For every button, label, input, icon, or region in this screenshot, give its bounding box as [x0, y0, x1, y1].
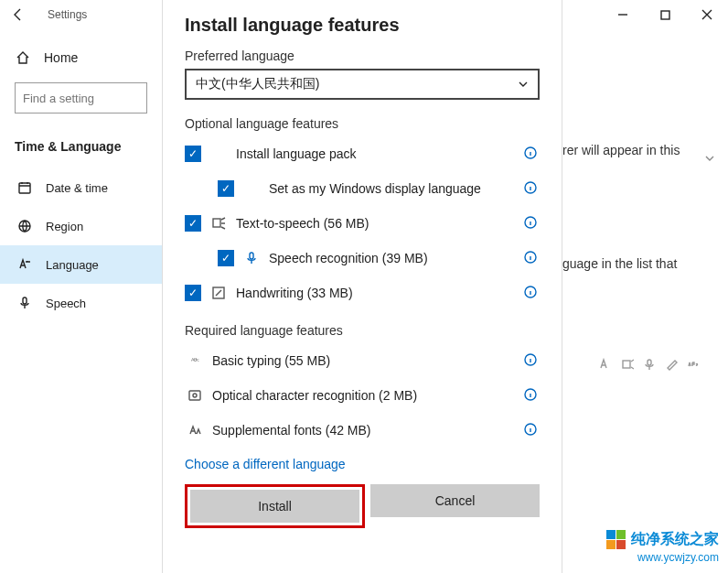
- info-icon[interactable]: [523, 352, 540, 369]
- svg-rect-5: [648, 360, 651, 365]
- feature-label: Install language pack: [236, 146, 523, 161]
- svg-rect-3: [23, 297, 27, 304]
- feature-label: Optical character recognition (2 MB): [212, 388, 523, 403]
- sidebar-item-region[interactable]: Region: [0, 207, 162, 245]
- feature-label: Basic typing (55 MB): [212, 353, 523, 368]
- feature-speech-recognition: ✓ Speech recognition (39 MB): [185, 241, 540, 276]
- microphone-icon: [243, 250, 260, 266]
- install-language-dialog: Install language features Preferred lang…: [162, 0, 562, 573]
- abc-small-icon: [687, 358, 700, 371]
- maximize-icon: [660, 10, 670, 20]
- required-features-header: Required language features: [185, 323, 540, 338]
- mic-small-icon: [643, 358, 656, 371]
- info-icon[interactable]: [523, 215, 540, 232]
- watermark: 纯净系统之家 www.ycwjzy.com: [606, 530, 719, 564]
- checkbox[interactable]: ✓: [185, 146, 201, 162]
- checkbox[interactable]: ✓: [185, 285, 201, 301]
- feature-label: Set as my Windows display language: [269, 181, 523, 196]
- nav-label: Date & time: [46, 181, 108, 195]
- info-icon[interactable]: [523, 146, 540, 162]
- minimize-button[interactable]: [602, 0, 644, 29]
- sidebar: Home Time & Language Date & time Region …: [0, 29, 162, 573]
- dialog-buttons: Install Cancel: [185, 484, 540, 528]
- feature-label: Text-to-speech (56 MB): [236, 216, 523, 231]
- info-icon[interactable]: [523, 250, 540, 266]
- globe-icon: [16, 218, 33, 234]
- feature-icons-row: [599, 358, 700, 371]
- page-text-fragment: guage in the list that: [562, 256, 677, 271]
- page-text-fragment: rer will appear in this: [562, 143, 680, 157]
- maximize-button[interactable]: [644, 0, 686, 29]
- arrow-left-icon: [11, 7, 26, 22]
- info-icon[interactable]: [523, 180, 540, 197]
- preferred-language-label: Preferred language: [185, 49, 540, 63]
- language-small-icon: [599, 358, 612, 371]
- checkbox[interactable]: ✓: [185, 215, 201, 232]
- install-button[interactable]: Install: [190, 490, 359, 523]
- watermark-brand: 纯净系统之家: [631, 530, 719, 549]
- fonts-icon: [187, 422, 203, 438]
- select-value: 中文(中华人民共和国): [196, 76, 319, 92]
- sidebar-home[interactable]: Home: [0, 40, 162, 75]
- minimize-icon: [617, 9, 628, 20]
- svg-rect-1: [19, 183, 30, 193]
- checkbox[interactable]: ✓: [218, 180, 234, 197]
- feature-display-language: ✓ Set as my Windows display language: [185, 171, 540, 206]
- dialog-title: Install language features: [185, 15, 540, 36]
- windows-logo-icon: [606, 530, 626, 549]
- sidebar-item-speech[interactable]: Speech: [0, 284, 162, 322]
- sidebar-item-date-time[interactable]: Date & time: [0, 168, 162, 207]
- scroll-indicator[interactable]: [704, 152, 715, 167]
- feature-language-pack: ✓ Install language pack: [185, 136, 540, 171]
- close-button[interactable]: [686, 0, 728, 29]
- sidebar-group-header: Time & Language: [0, 132, 162, 168]
- ocr-icon: [187, 387, 203, 404]
- close-icon: [701, 9, 712, 20]
- back-button[interactable]: [0, 0, 37, 29]
- cancel-button[interactable]: Cancel: [370, 484, 540, 517]
- search-box[interactable]: [15, 82, 147, 114]
- language-icon: [16, 256, 33, 273]
- window-controls: [602, 0, 728, 29]
- feature-handwriting: ✓ Handwriting (33 MB): [185, 276, 540, 310]
- required-fonts: Supplemental fonts (42 MB): [185, 413, 540, 448]
- window-title: Settings: [48, 8, 87, 21]
- sidebar-item-language[interactable]: Language: [0, 245, 162, 284]
- svg-rect-10: [250, 253, 253, 259]
- watermark-logo: 纯净系统之家: [606, 530, 719, 549]
- pen-icon: [210, 285, 227, 301]
- nav-label: Region: [46, 220, 83, 233]
- svg-rect-4: [623, 361, 630, 368]
- search-input[interactable]: [23, 92, 139, 105]
- nav-label: Language: [46, 258, 99, 272]
- required-basic-typing: ᴬᴮᶜ Basic typing (55 MB): [185, 343, 540, 378]
- info-icon[interactable]: [523, 422, 540, 438]
- required-ocr: Optical character recognition (2 MB): [185, 378, 540, 413]
- chevron-down-icon: [518, 79, 529, 90]
- nav-label: Speech: [46, 297, 86, 310]
- choose-different-language-link[interactable]: Choose a different language: [185, 457, 346, 471]
- tts-icon: [210, 215, 227, 232]
- svg-rect-0: [661, 11, 669, 19]
- svg-rect-8: [213, 219, 220, 227]
- pen-small-icon: [665, 358, 678, 371]
- svg-rect-15: [189, 391, 200, 400]
- clock-icon: [16, 179, 33, 196]
- feature-label: Speech recognition (39 MB): [269, 251, 523, 265]
- install-highlight: Install: [185, 484, 365, 528]
- home-label: Home: [44, 50, 78, 65]
- feature-label: Supplemental fonts (42 MB): [212, 423, 523, 438]
- preferred-language-select[interactable]: 中文(中华人民共和国): [185, 69, 540, 100]
- optional-features-header: Optional language features: [185, 116, 540, 131]
- feature-text-to-speech: ✓ Text-to-speech (56 MB): [185, 206, 540, 241]
- info-icon[interactable]: [523, 387, 540, 404]
- checkbox[interactable]: ✓: [218, 250, 234, 266]
- abc-icon: ᴬᴮᶜ: [187, 352, 203, 369]
- microphone-icon: [16, 295, 33, 311]
- svg-point-16: [193, 394, 197, 397]
- home-icon: [15, 49, 31, 66]
- watermark-url: www.ycwjzy.com: [606, 551, 719, 564]
- info-icon[interactable]: [523, 285, 540, 301]
- tts-small-icon: [621, 358, 634, 371]
- feature-label: Handwriting (33 MB): [236, 286, 523, 300]
